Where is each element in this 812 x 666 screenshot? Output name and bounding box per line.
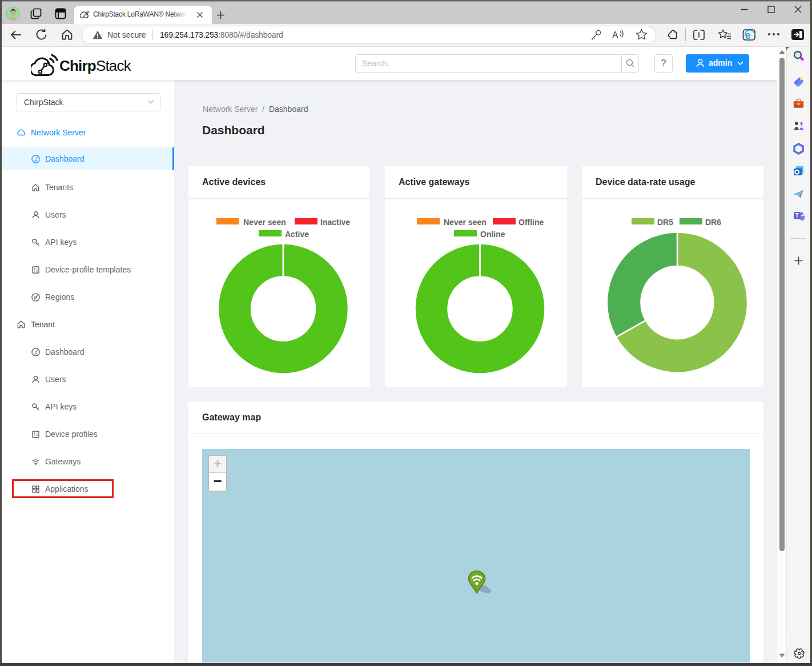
svg-text:T: T [795, 212, 799, 219]
svg-text:A: A [612, 30, 618, 40]
